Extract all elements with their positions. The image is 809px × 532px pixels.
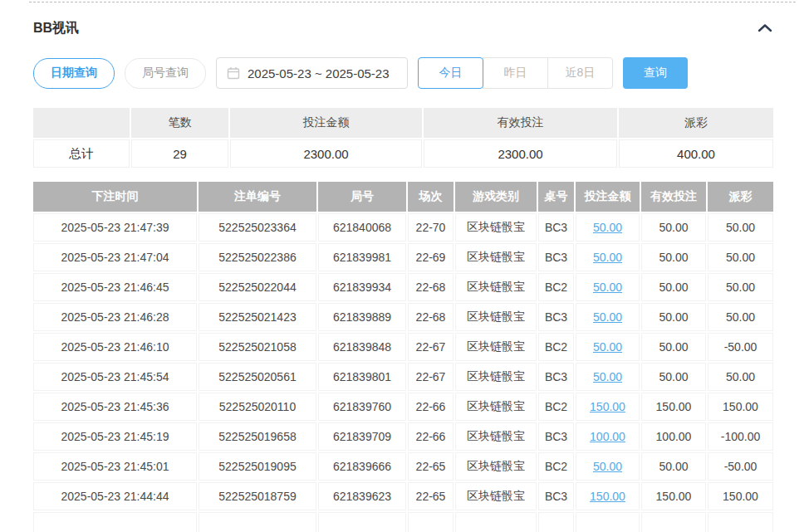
records-header-row: 下注时间注单编号局号场次游戏类别桌号投注金额有效投注派彩 [33, 182, 773, 212]
records-header-session: 场次 [408, 182, 454, 212]
cell-table-number: BC2 [538, 393, 574, 421]
cell-session: 22-68 [408, 303, 454, 331]
summary-header-cell: 有效投注 [424, 108, 617, 138]
cell-bet-time: 2025-05-23 21:46:45 [33, 273, 197, 301]
cell-game-type: 区块链骰宝 [455, 213, 537, 242]
summary-total-value: 400.00 [619, 139, 773, 168]
cell-game-type: 区块链骰宝 [455, 333, 537, 361]
records-header-valid-bet: 有效投注 [641, 182, 706, 212]
cell-game-type: 区块链骰宝 [455, 393, 537, 421]
cell-payout: 50.00 [708, 363, 773, 391]
date-range-input[interactable]: 2025-05-23 ~ 2025-05-23 [216, 57, 408, 89]
cell-bet-amount: 50.00 [576, 303, 640, 331]
cell-clipped [455, 512, 537, 532]
cell-table-number: BC2 [538, 452, 574, 481]
bet-amount-link[interactable]: 50.00 [593, 370, 622, 383]
cell-valid-bet: 50.00 [641, 452, 706, 481]
cell-payout: -50.00 [708, 333, 773, 361]
cell-table-number: BC2 [538, 333, 574, 361]
tab-round-query[interactable]: 局号查询 [125, 58, 206, 89]
cell-bet-amount: 50.00 [576, 363, 640, 391]
table-row [33, 512, 773, 532]
cell-bet-amount: 50.00 [576, 273, 640, 301]
cell-valid-bet: 150.00 [641, 393, 706, 421]
table-row: 2025-05-23 21:44:44522525018759621839623… [33, 482, 773, 510]
cell-clipped [33, 512, 197, 532]
bet-amount-link[interactable]: 50.00 [593, 251, 622, 264]
bet-amount-link[interactable]: 50.00 [593, 310, 622, 324]
cell-round-number: 621839760 [318, 393, 406, 421]
cell-round-number: 621839801 [318, 363, 406, 391]
table-row: 2025-05-23 21:45:36522525020110621839760… [33, 393, 773, 421]
cell-session: 22-65 [408, 482, 454, 510]
cell-bet-time: 2025-05-23 21:45:36 [33, 393, 197, 421]
top-dashed-divider [29, 2, 796, 2]
cell-table-number: BC2 [538, 273, 574, 301]
cell-session: 22-65 [408, 452, 454, 481]
cell-round-number: 621839623 [318, 482, 406, 510]
cell-bet-time: 2025-05-23 21:45:01 [33, 452, 197, 481]
cell-payout: 50.00 [708, 213, 773, 242]
cell-payout: 50.00 [708, 303, 773, 331]
cell-session: 22-68 [408, 273, 454, 301]
records-table: 下注时间注单编号局号场次游戏类别桌号投注金额有效投注派彩 2025-05-23 … [32, 180, 775, 532]
cell-session: 22-67 [408, 363, 454, 391]
quick-range-last8days[interactable]: 近8日 [547, 57, 613, 89]
cell-game-type: 区块链骰宝 [455, 303, 537, 331]
table-row: 2025-05-23 21:47:39522525023364621840068… [33, 213, 773, 242]
table-row: 2025-05-23 21:46:45522525022044621839934… [33, 273, 773, 301]
search-button[interactable]: 查询 [623, 57, 688, 89]
bet-amount-link[interactable]: 150.00 [590, 490, 625, 503]
cell-valid-bet: 100.00 [641, 422, 706, 451]
summary-total-value: 2300.00 [230, 139, 422, 168]
quick-range-yesterday[interactable]: 昨日 [483, 57, 548, 89]
cell-payout: 50.00 [708, 273, 773, 301]
cell-session: 22-70 [408, 213, 454, 242]
calendar-icon [227, 66, 240, 80]
collapse-chevron-up-icon[interactable] [758, 23, 772, 33]
table-row: 2025-05-23 21:45:54522525020561621839801… [33, 363, 773, 391]
filter-bar: 日期查询 局号查询 2025-05-23 ~ 2025-05-23 今日 昨日 … [33, 57, 809, 89]
cell-round-number: 621839981 [318, 243, 406, 271]
cell-round-number: 621839934 [318, 273, 406, 301]
table-row: 2025-05-23 21:45:19522525019658621839709… [33, 422, 773, 451]
panel-title: BB视讯 [33, 20, 79, 37]
table-row: 2025-05-23 21:46:28522525021423621839889… [33, 303, 773, 331]
cell-bet-time: 2025-05-23 21:46:28 [33, 303, 197, 331]
bet-amount-link[interactable]: 50.00 [593, 221, 622, 234]
cell-round-number: 621840068 [318, 213, 406, 242]
cell-order-number: 522525020110 [199, 393, 316, 421]
cell-payout: 50.00 [708, 243, 773, 271]
cell-order-number: 522525022386 [199, 243, 316, 271]
bet-amount-link[interactable]: 100.00 [590, 430, 625, 443]
cell-valid-bet: 50.00 [641, 213, 706, 242]
cell-payout: -50.00 [708, 452, 773, 481]
cell-order-number: 522525022044 [199, 273, 316, 301]
panel-header: BB视讯 [33, 19, 772, 37]
summary-total-row: 总计292300.002300.00400.00 [33, 139, 773, 168]
cell-game-type: 区块链骰宝 [455, 452, 537, 481]
quick-range-group: 今日 昨日 近8日 [418, 57, 613, 89]
cell-table-number: BC3 [538, 213, 574, 242]
cell-session: 22-66 [408, 422, 454, 451]
records-header-table-number: 桌号 [538, 182, 574, 212]
summary-total-value: 29 [131, 139, 228, 168]
bet-amount-link[interactable]: 50.00 [593, 460, 622, 473]
cell-payout: -100.00 [708, 422, 773, 451]
summary-header-cell: 笔数 [131, 108, 228, 138]
cell-bet-amount: 150.00 [576, 482, 640, 510]
tab-date-query[interactable]: 日期查询 [33, 58, 115, 89]
cell-bet-time: 2025-05-23 21:46:10 [33, 333, 197, 361]
bet-amount-link[interactable]: 50.00 [593, 340, 622, 354]
bet-records-panel: BB视讯 日期查询 局号查询 2025-05-23 ~ 2025-05-23 今… [0, 2, 809, 532]
quick-range-today[interactable]: 今日 [418, 57, 483, 89]
cell-valid-bet: 50.00 [641, 333, 706, 361]
cell-game-type: 区块链骰宝 [455, 363, 537, 391]
cell-bet-time: 2025-05-23 21:45:54 [33, 363, 197, 391]
bet-amount-link[interactable]: 50.00 [593, 281, 622, 294]
date-range-value: 2025-05-23 ~ 2025-05-23 [248, 66, 390, 81]
cell-valid-bet: 50.00 [641, 363, 706, 391]
table-row: 2025-05-23 21:46:10522525021058621839848… [33, 333, 773, 361]
cell-clipped [318, 512, 406, 532]
bet-amount-link[interactable]: 150.00 [590, 400, 625, 413]
